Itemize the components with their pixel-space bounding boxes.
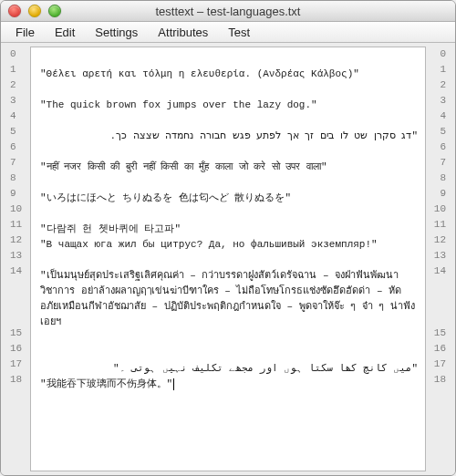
line-number: 0 xyxy=(426,47,446,62)
editor: 0123456789101112131415161718 "Θέλει αρετ… xyxy=(1,43,455,475)
text-line[interactable] xyxy=(40,144,418,160)
text-line[interactable]: "เป็นมนุษย์สุดประเสริฐเลิศคุณค่า – กว่าบ… xyxy=(40,268,418,330)
line-number: 11 xyxy=(426,217,446,233)
line-number: 15 xyxy=(10,326,30,341)
line-number: 13 xyxy=(426,248,446,264)
line-number: 18 xyxy=(426,372,446,388)
window-controls xyxy=(1,5,61,17)
text-line[interactable]: "میں کانچ کھا سکتا ہوں اور مجھے تکلیف نہ… xyxy=(40,361,418,377)
text-line[interactable]: "いろはにほへと ちりぬるを 色は匂へど 散りぬるを" xyxy=(40,191,418,206)
menu-test[interactable]: Test xyxy=(219,24,259,41)
line-number: 2 xyxy=(10,78,30,93)
text-line[interactable] xyxy=(40,206,418,222)
line-number: 16 xyxy=(10,341,30,357)
text-cursor xyxy=(173,378,174,390)
line-number: 7 xyxy=(10,155,30,171)
line-number: 6 xyxy=(426,140,446,155)
line-number: 8 xyxy=(426,171,446,186)
line-number: 12 xyxy=(426,233,446,248)
line-number: 13 xyxy=(10,248,30,264)
text-line[interactable] xyxy=(40,82,418,98)
line-number: 14 xyxy=(426,264,446,326)
text-line[interactable] xyxy=(40,346,418,361)
line-number: 6 xyxy=(10,140,30,155)
line-number: 18 xyxy=(10,372,30,388)
line-gutter-left: 0123456789101112131415161718 xyxy=(5,47,30,471)
line-number: 9 xyxy=(10,186,30,202)
line-number: 5 xyxy=(10,124,30,140)
line-number: 17 xyxy=(10,357,30,372)
line-number: 4 xyxy=(10,109,30,124)
line-number: 0 xyxy=(10,47,30,62)
zoom-icon[interactable] xyxy=(48,5,61,17)
menu-settings[interactable]: Settings xyxy=(86,24,147,41)
line-number: 4 xyxy=(426,109,446,124)
text-line[interactable] xyxy=(40,330,418,346)
menu-edit[interactable]: Edit xyxy=(46,24,84,41)
line-number: 17 xyxy=(426,357,446,372)
line-number: 11 xyxy=(10,217,30,233)
text-line[interactable]: "В чащах юга жил бы цитрус? Да, но фальш… xyxy=(40,237,418,253)
line-number: 16 xyxy=(426,341,446,357)
window-titlebar[interactable]: testtext – test-languages.txt xyxy=(1,1,455,22)
line-number: 8 xyxy=(10,171,30,186)
text-line[interactable]: "我能吞下玻璃而不伤身体。" xyxy=(40,377,418,392)
text-line[interactable] xyxy=(40,175,418,191)
text-line[interactable]: "דג סקרן שט לו בים זך אך לפתע פגש חבורה … xyxy=(40,129,418,144)
text-area[interactable]: "Θέλει αρετή και τόλμη η ελευθερία. (Ανδ… xyxy=(30,47,426,471)
window-title: testtext – test-languages.txt xyxy=(1,5,455,18)
line-number: 1 xyxy=(426,62,446,78)
line-number: 5 xyxy=(426,124,446,140)
text-line[interactable]: "The quick brown fox jumps over the lazy… xyxy=(40,98,418,113)
minimize-icon[interactable] xyxy=(28,5,41,17)
line-number: 15 xyxy=(426,326,446,341)
line-number: 2 xyxy=(426,78,446,93)
text-line[interactable]: "Θέλει αρετή και τόλμη η ελευθερία. (Ανδ… xyxy=(40,67,418,82)
text-line[interactable]: "नहीं नजर किसी की बुरी नहीं किसी का मुँह… xyxy=(40,160,418,175)
line-number: 3 xyxy=(426,93,446,109)
close-icon[interactable] xyxy=(8,5,21,17)
line-gutter-right: 0123456789101112131415161718 xyxy=(426,47,451,471)
line-number: 3 xyxy=(10,93,30,109)
line-number: 7 xyxy=(426,155,446,171)
menu-bar: File Edit Settings Attributes Test xyxy=(1,22,455,43)
menu-attributes[interactable]: Attributes xyxy=(149,24,217,41)
line-number: 14 xyxy=(10,264,30,326)
line-number: 10 xyxy=(426,202,446,217)
text-line[interactable] xyxy=(40,253,418,268)
text-line[interactable]: "다람쥐 헌 쳇바퀴에 타고파" xyxy=(40,222,418,237)
line-number: 10 xyxy=(10,202,30,217)
line-number: 12 xyxy=(10,233,30,248)
line-number: 9 xyxy=(426,186,446,202)
line-number: 1 xyxy=(10,62,30,78)
text-line[interactable] xyxy=(40,51,418,67)
menu-file[interactable]: File xyxy=(6,24,44,41)
app-window: testtext – test-languages.txt File Edit … xyxy=(0,0,456,476)
text-line[interactable] xyxy=(40,113,418,129)
